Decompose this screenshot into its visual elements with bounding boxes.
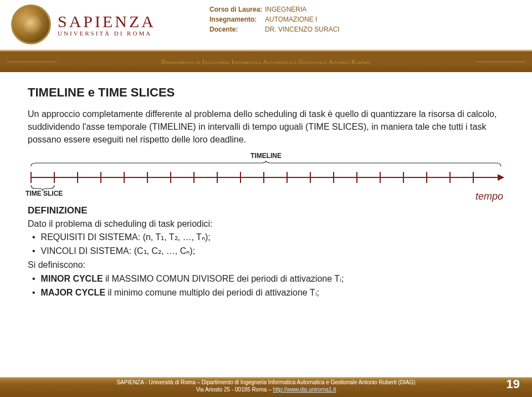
- cycles-list: MINOR CYCLE il MASSIMO COMUN DIVISORE de…: [28, 272, 504, 300]
- definition-heading: DEFINIZIONE: [28, 205, 504, 216]
- definition-mid: Si definiscono:: [28, 258, 504, 272]
- slide-header: SAPIENZA UNIVERSITÀ DI ROMA Corso di Lau…: [0, 0, 532, 72]
- meta-label: Docente:: [209, 24, 265, 34]
- paragraph: Un approccio completamente differente al…: [28, 108, 504, 146]
- time-slice-label: TIME SLICE: [25, 190, 504, 197]
- meta-value: DR. VINCENZO SURACI: [265, 24, 340, 34]
- logo-main-text: SAPIENZA: [58, 12, 156, 31]
- sapienza-seal-icon: [11, 4, 51, 44]
- timeline-diagram: TIMELINE: [28, 152, 504, 197]
- footer-line-1: SAPIENZA - Università di Roma – Dipartim…: [0, 379, 532, 386]
- slide-footer: SAPIENZA - Università di Roma – Dipartim…: [0, 377, 532, 397]
- meta-value: INGEGNERIA: [265, 4, 306, 14]
- list-item: MAJOR CYCLE il minimo comune multiplo de…: [32, 286, 504, 300]
- list-item: VINCOLI DI SISTEMA: (C₁, C₂, …, Cₙ);: [32, 245, 504, 258]
- department-band: Dipartimento di Ingegneria Informatica A…: [0, 54, 532, 70]
- definition-intro: Dato il problema di scheduling di task p…: [28, 217, 504, 231]
- list-item: REQUISITI DI SISTEMA: (n, T₁, T₂, …, Tₙ)…: [32, 231, 504, 245]
- meta-value: AUTOMAZIONE I: [265, 14, 317, 24]
- course-meta: Corso di Laurea:INGEGNERIA Insegnamento:…: [209, 4, 340, 34]
- meta-label: Corso di Laurea:: [209, 4, 265, 14]
- meta-label: Insegnamento:: [209, 14, 265, 24]
- logo-sub-text: UNIVERSITÀ DI ROMA: [58, 30, 156, 37]
- page-number: 19: [507, 376, 520, 393]
- timeline-axis-icon: [28, 161, 504, 191]
- slide-content: TIMELINE e TIME SLICES Un approccio comp…: [0, 72, 532, 299]
- svg-marker-1: [498, 174, 504, 181]
- timeline-label: TIMELINE: [28, 152, 504, 160]
- axis-label-tempo: tempo: [475, 191, 503, 202]
- footer-line-2: Via Ariosto 25 - 00185 Roma – http://www…: [0, 386, 532, 393]
- list-item: MINOR CYCLE il MASSIMO COMUN DIVISORE de…: [32, 272, 504, 286]
- page-title: TIMELINE e TIME SLICES: [28, 85, 504, 100]
- requirements-list: REQUISITI DI SISTEMA: (n, T₁, T₂, …, Tₙ)…: [28, 231, 504, 258]
- footer-link[interactable]: http://www.dis.uniroma1.it: [273, 386, 336, 393]
